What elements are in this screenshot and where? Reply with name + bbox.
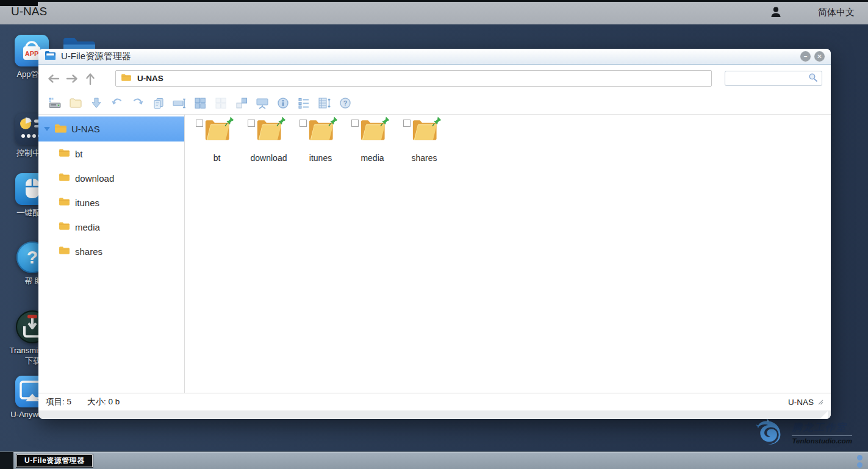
folder-tree-children: btdownloaditunesmediashares xyxy=(38,141,184,263)
green-pushpin-icon xyxy=(224,116,234,129)
address-bar[interactable] xyxy=(115,70,712,87)
taskbar-button-file-manager[interactable]: U-File资源管理器 xyxy=(16,454,93,467)
search-input[interactable] xyxy=(729,73,808,84)
back-button[interactable] xyxy=(45,71,63,87)
tree-item-download[interactable]: download xyxy=(38,166,184,190)
tree-item-shares[interactable]: shares xyxy=(38,239,184,263)
topbar: U-NAS 简体中文 xyxy=(0,0,868,24)
help-button[interactable]: ? xyxy=(335,94,356,112)
window-resize-handle[interactable] xyxy=(820,411,828,418)
file-label: itunes xyxy=(295,153,346,163)
help-glyph: ? xyxy=(27,247,38,268)
tree-item-label: download xyxy=(75,173,114,184)
file-label: shares xyxy=(398,153,450,163)
file-item-download[interactable]: download xyxy=(243,116,295,165)
tree-item-media[interactable]: media xyxy=(38,215,184,239)
undo-button[interactable] xyxy=(107,94,127,112)
folder-icon xyxy=(59,148,70,159)
window-content: U-NAS btdownloaditunesmediashares btdown… xyxy=(38,115,831,393)
screen-top-corner xyxy=(0,0,38,6)
file-item-itunes[interactable]: itunes xyxy=(295,116,346,165)
studio-site: Tenlonstudio.com xyxy=(792,435,852,445)
taskbar-dots-icon[interactable] xyxy=(857,453,863,469)
green-pushpin-icon xyxy=(328,116,338,129)
status-location: U-NAS xyxy=(788,398,814,407)
copy-icon xyxy=(152,96,165,110)
window-bottom-strip xyxy=(38,410,831,419)
window-title: U-File资源管理器 xyxy=(61,51,131,62)
search-icon[interactable] xyxy=(808,73,818,85)
slideshow-icon xyxy=(255,96,270,110)
copy-button[interactable] xyxy=(148,94,169,112)
site-title: U-NAS xyxy=(11,5,47,18)
tree-item-label: itunes xyxy=(75,198,99,208)
minimize-button[interactable]: – xyxy=(800,51,811,62)
redo-button[interactable] xyxy=(127,94,148,112)
dragon-icon xyxy=(752,418,786,448)
statusbar: 项目: 5 大小: 0 b U-NAS xyxy=(38,393,831,410)
app-glyph: APP xyxy=(25,50,39,57)
tree-item-root[interactable]: U-NAS xyxy=(38,116,184,141)
status-items-count: 项目: 5 xyxy=(46,396,71,407)
file-checkbox[interactable] xyxy=(196,120,203,127)
window-titlebar[interactable]: U-File资源管理器 – ✕ xyxy=(38,49,831,65)
view-large-icons-button[interactable] xyxy=(190,94,210,112)
view-tiles-button[interactable] xyxy=(231,94,252,112)
file-checkbox[interactable] xyxy=(403,120,411,127)
file-item-shares[interactable]: shares xyxy=(398,116,450,165)
new-folder-icon xyxy=(69,96,82,110)
tree-item-bt[interactable]: bt xyxy=(38,141,184,166)
toolbar: ? xyxy=(38,92,831,115)
view-small-icons-button[interactable] xyxy=(210,94,231,112)
download-icon xyxy=(90,96,103,110)
help-icon: ? xyxy=(339,96,352,110)
tree-item-itunes[interactable]: itunes xyxy=(38,190,184,215)
file-item-bt[interactable]: bt xyxy=(191,116,243,165)
rename-button[interactable] xyxy=(169,94,190,112)
file-item-media[interactable]: media xyxy=(346,116,398,165)
green-pushpin-icon xyxy=(432,116,442,129)
search-box[interactable] xyxy=(725,71,822,86)
folder-icon xyxy=(59,221,70,232)
view-details-button[interactable] xyxy=(314,94,335,112)
taskbar-corner xyxy=(0,452,13,469)
address-input[interactable] xyxy=(136,73,706,84)
language-selector[interactable]: 简体中文 xyxy=(818,7,855,18)
info-button[interactable] xyxy=(273,94,293,112)
view-list-icon xyxy=(297,96,310,110)
nas-device-icon xyxy=(48,96,62,110)
file-checkbox[interactable] xyxy=(299,120,307,127)
info-icon xyxy=(276,96,290,110)
view-large-icons-icon xyxy=(193,96,207,110)
user-icon[interactable] xyxy=(769,5,783,21)
file-checkbox[interactable] xyxy=(351,120,359,127)
close-button[interactable]: ✕ xyxy=(814,51,825,62)
new-folder-button[interactable] xyxy=(65,94,86,112)
file-manager-window: U-File资源管理器 – ✕ xyxy=(38,49,831,419)
tree-item-label: media xyxy=(75,222,100,232)
green-pushpin-icon xyxy=(380,116,390,129)
file-checkbox[interactable] xyxy=(248,120,255,127)
tree-root-label: U-NAS xyxy=(71,124,100,134)
folder-icon xyxy=(59,197,70,208)
slideshow-button[interactable] xyxy=(252,94,273,112)
window-folder-icon xyxy=(45,51,56,63)
forward-button[interactable] xyxy=(63,71,81,87)
tree-item-label: bt xyxy=(75,149,83,159)
address-folder-icon xyxy=(121,73,132,84)
undo-icon xyxy=(110,96,124,110)
resize-grip-icon[interactable] xyxy=(817,398,823,407)
up-button[interactable] xyxy=(81,71,99,87)
folder-icon xyxy=(59,173,70,184)
status-size: 大小: 0 b xyxy=(87,396,120,407)
home-button[interactable] xyxy=(45,94,65,112)
view-small-icons-icon xyxy=(214,96,228,110)
folder-tree: U-NAS btdownloaditunesmediashares xyxy=(38,115,185,393)
svg-text:?: ? xyxy=(343,99,348,107)
view-list-button[interactable] xyxy=(293,94,314,112)
download-button[interactable] xyxy=(86,94,107,112)
taskbar: U-File资源管理器 xyxy=(0,451,868,469)
expander-icon[interactable] xyxy=(44,127,50,131)
screen-top-strip xyxy=(0,0,868,2)
view-details-icon xyxy=(317,96,332,110)
